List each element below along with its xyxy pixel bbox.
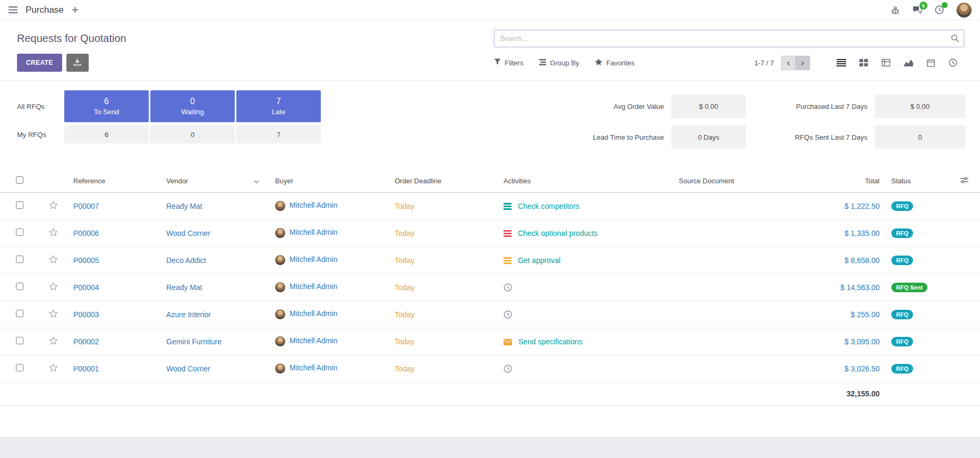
buyer-link[interactable]: Mitchell Admin [289, 336, 337, 345]
column-header-activities[interactable]: Activities [499, 170, 675, 192]
reference-link[interactable]: P00002 [73, 337, 99, 346]
search-bar [494, 30, 964, 47]
user-avatar[interactable] [957, 3, 972, 18]
column-header-status[interactable]: Status [887, 170, 948, 192]
plus-icon[interactable] [72, 6, 79, 13]
create-button[interactable]: CREATE [17, 54, 62, 72]
favorite-star-icon[interactable] [49, 228, 58, 236]
graph-view-button[interactable] [897, 55, 919, 71]
clock-icon[interactable] [504, 364, 512, 373]
vendor-link[interactable]: Wood Corner [166, 229, 210, 238]
column-header-vendor[interactable]: Vendor [162, 170, 271, 192]
rfq-table-body: P00007 Ready Mat Mitchell Admin Today Ch… [0, 192, 980, 382]
favorite-star-icon[interactable] [49, 309, 58, 318]
row-checkbox[interactable] [16, 256, 23, 263]
reference-link[interactable]: P00003 [73, 310, 99, 319]
my-waiting-count[interactable]: 0 [150, 125, 235, 143]
vendor-link[interactable]: Deco Addict [166, 256, 206, 265]
tasks-icon[interactable] [504, 203, 512, 210]
status-badge: RFQ [891, 310, 913, 319]
list-view-button[interactable] [830, 55, 853, 71]
buyer-link[interactable]: Mitchell Admin [289, 228, 337, 236]
activity-view-button[interactable] [942, 55, 964, 71]
favorite-star-icon[interactable] [49, 201, 58, 209]
my-to-send-count[interactable]: 6 [64, 125, 149, 143]
buyer-link[interactable]: Mitchell Admin [289, 309, 337, 318]
clock-icon[interactable] [504, 310, 512, 319]
row-checkbox[interactable] [16, 283, 23, 290]
clock-icon[interactable] [504, 283, 512, 292]
vendor-link[interactable]: Wood Corner [166, 364, 210, 373]
bug-icon[interactable] [891, 6, 900, 14]
reference-link[interactable]: P00007 [73, 202, 99, 210]
activities-icon[interactable] [935, 5, 944, 14]
pager-next-button[interactable]: › [796, 56, 810, 70]
buyer-link[interactable]: Mitchell Admin [289, 363, 337, 372]
table-row: P00006 Wood Corner Mitchell Admin Today … [0, 219, 980, 247]
select-all-checkbox[interactable] [16, 176, 23, 184]
buyer-link[interactable]: Mitchell Admin [289, 201, 337, 209]
column-header-total[interactable]: Total [829, 170, 887, 192]
kanban-view-button[interactable] [853, 55, 875, 71]
group-by-button[interactable]: Group By [539, 59, 579, 67]
reference-link[interactable]: P00005 [73, 256, 99, 265]
vendor-link[interactable]: Azure Interior [166, 310, 211, 319]
row-checkbox[interactable] [16, 228, 23, 236]
tile-to-send[interactable]: 6 To Send [64, 90, 149, 122]
tile-late[interactable]: 7 Late [236, 90, 321, 122]
pivot-view-button[interactable] [875, 55, 897, 71]
reference-link[interactable]: P00004 [73, 283, 99, 292]
tasks-icon[interactable] [504, 257, 512, 264]
column-header-buyer[interactable]: Buyer [271, 170, 390, 192]
menu-icon[interactable] [8, 6, 18, 13]
reference-link[interactable]: P00001 [73, 364, 99, 373]
my-late-count[interactable]: 7 [236, 125, 321, 143]
column-header-source[interactable]: Source Document [675, 170, 829, 192]
activity-label[interactable]: Check competitors [518, 202, 580, 210]
table-row: P00007 Ready Mat Mitchell Admin Today Ch… [0, 192, 980, 219]
favorites-button[interactable]: Favorites [595, 58, 634, 67]
filters-button[interactable]: Filters [494, 58, 523, 67]
app-title[interactable]: Purchase [25, 5, 64, 15]
optional-columns-button[interactable] [960, 177, 968, 183]
row-checkbox[interactable] [16, 337, 23, 344]
activity-label[interactable]: Check optional products [518, 229, 598, 238]
buyer-link[interactable]: Mitchell Admin [289, 255, 337, 264]
activity-label[interactable]: Send specifications [518, 337, 583, 346]
tasks-icon[interactable] [504, 230, 512, 237]
activity-label[interactable]: Get approval [518, 256, 560, 265]
all-rfqs-label: All RFQs [17, 103, 63, 111]
pager-previous-button[interactable]: ‹ [781, 56, 796, 70]
envelope-icon[interactable] [504, 339, 512, 345]
stat-value-lead-time[interactable]: 0 Days [671, 125, 746, 149]
vendor-link[interactable]: Ready Mat [166, 202, 202, 210]
row-checkbox[interactable] [16, 310, 23, 317]
column-header-deadline[interactable]: Order Deadline [390, 170, 499, 192]
column-header-reference[interactable]: Reference [69, 170, 162, 192]
favorite-star-icon[interactable] [49, 255, 58, 264]
favorite-star-icon[interactable] [49, 363, 58, 372]
export-button[interactable] [66, 54, 89, 72]
total-amount: $ 255.00 [851, 310, 880, 319]
tile-label: To Send [94, 108, 120, 116]
search-icon[interactable] [951, 34, 959, 44]
tile-waiting[interactable]: 0 Waiting [150, 90, 235, 122]
order-deadline: Today [390, 192, 499, 219]
stat-value-avg-order[interactable]: $ 0.00 [671, 95, 746, 118]
vendor-link[interactable]: Gemini Furniture [166, 337, 221, 346]
tile-count: 6 [104, 97, 109, 106]
row-checkbox[interactable] [16, 364, 23, 371]
stat-value-purchased-7d[interactable]: $ 0.00 [875, 95, 965, 118]
star-icon [595, 58, 602, 67]
row-checkbox[interactable] [16, 201, 23, 209]
favorite-star-icon[interactable] [49, 282, 58, 291]
vendor-link[interactable]: Ready Mat [166, 283, 202, 292]
buyer-link[interactable]: Mitchell Admin [289, 282, 337, 291]
search-input[interactable] [494, 30, 964, 47]
favorite-star-icon[interactable] [49, 336, 58, 345]
stat-value-rfqs-sent-7d[interactable]: 0 [875, 125, 965, 149]
messages-icon[interactable]: 5 [913, 6, 922, 14]
table-row: P00002 Gemini Furniture Mitchell Admin T… [0, 328, 980, 355]
calendar-view-button[interactable] [919, 55, 942, 71]
reference-link[interactable]: P00006 [73, 229, 99, 238]
